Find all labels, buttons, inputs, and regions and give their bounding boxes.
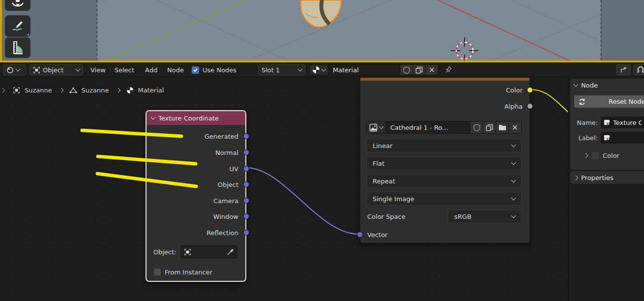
node-header[interactable]: Texture Coordinate xyxy=(146,111,245,125)
output-reflection: Reflection xyxy=(206,228,238,238)
editor-type-dropdown[interactable] xyxy=(3,64,26,75)
object-icon xyxy=(184,248,191,256)
extension-dropdown[interactable]: Repeat xyxy=(366,174,522,188)
chevron-down-icon xyxy=(322,66,326,71)
name-label: Name: xyxy=(572,119,598,126)
shield-icon xyxy=(403,66,410,74)
shield-icon xyxy=(473,124,480,131)
material-new-button[interactable] xyxy=(412,65,425,75)
viewport-3d[interactable] xyxy=(0,0,644,60)
link-uv-to-vector xyxy=(246,168,358,234)
chevron-down-icon xyxy=(511,178,516,182)
color-swatch[interactable] xyxy=(591,151,599,160)
name-row: Name: Texture Coordinate xyxy=(572,117,644,128)
sidebar: Node Reset Node Name: xyxy=(568,77,644,301)
material-sphere-icon xyxy=(126,87,134,94)
node-editor-canvas[interactable]: Suzanne Suzanne Material Textur xyxy=(0,77,568,301)
material-name-field[interactable]: Material xyxy=(328,65,400,75)
use-nodes-checkbox[interactable]: Use Nodes xyxy=(192,64,236,75)
output-normal: Normal xyxy=(215,148,238,157)
material-datablock: Material × xyxy=(309,64,439,75)
reset-node-button[interactable]: Reset Node xyxy=(574,95,644,108)
menu-node[interactable]: Node xyxy=(165,64,186,75)
node-image-texture[interactable]: Color Alpha Cathedral 1 - Ro... xyxy=(360,77,530,243)
node-texture-coordinate[interactable]: Texture Coordinate Generated Normal UV O… xyxy=(146,110,246,282)
socket-alpha[interactable] xyxy=(527,103,533,109)
image-fake-user-button[interactable] xyxy=(470,121,483,133)
snap-toggle-button[interactable] xyxy=(633,64,644,75)
menu-select[interactable]: Select xyxy=(113,64,136,75)
socket-reflection[interactable] xyxy=(243,230,249,236)
eyedropper-icon[interactable] xyxy=(227,248,234,256)
mode-dropdown[interactable]: Object xyxy=(29,64,83,75)
socket-camera[interactable] xyxy=(243,198,249,204)
image-open-button[interactable] xyxy=(496,121,508,133)
pin-button[interactable] xyxy=(444,64,452,75)
color-label: Color xyxy=(603,152,619,159)
breadcrumb: Suzanne Suzanne Material xyxy=(1,85,164,95)
socket-normal[interactable] xyxy=(243,150,249,155)
color-space-dropdown[interactable]: sRGB xyxy=(448,210,522,223)
checkbox-checked-icon xyxy=(192,66,199,74)
socket-object-out[interactable] xyxy=(243,181,249,187)
duplicate-icon xyxy=(415,66,423,74)
material-fake-user-button[interactable] xyxy=(400,65,412,75)
close-icon: × xyxy=(512,123,518,131)
link-color-out xyxy=(530,90,568,113)
output-alpha: Alpha xyxy=(504,101,523,111)
shader-editor-icon xyxy=(6,66,14,74)
from-instancer-row[interactable]: From Instancer xyxy=(153,267,212,277)
snap-target-button[interactable] xyxy=(616,64,631,75)
orbit-tool-button[interactable] xyxy=(5,0,30,11)
color-space-label: Color Space xyxy=(367,211,406,222)
interpolation-dropdown[interactable]: Linear xyxy=(366,139,522,152)
material-sphere-icon xyxy=(312,66,320,74)
input-vector: Vector xyxy=(367,229,387,240)
chevron-down-icon xyxy=(574,82,579,87)
breadcrumb-object[interactable]: Suzanne xyxy=(25,87,52,94)
object-picker-field[interactable] xyxy=(180,245,237,258)
properties-panel[interactable]: Properties xyxy=(570,171,644,184)
name-input[interactable]: Texture Coordinate xyxy=(601,117,644,128)
socket-window[interactable] xyxy=(243,213,249,219)
color-row[interactable]: Color xyxy=(584,151,644,160)
measure-tool-button[interactable] xyxy=(5,37,30,58)
material-unlink-button[interactable]: × xyxy=(425,65,438,75)
image-icon xyxy=(369,123,378,132)
image-new-button[interactable] xyxy=(483,121,496,133)
menu-add[interactable]: Add xyxy=(143,64,159,75)
material-browse-button[interactable] xyxy=(310,65,328,75)
node-panel-header[interactable]: Node xyxy=(570,79,644,91)
socket-generated[interactable] xyxy=(243,133,249,139)
folder-icon xyxy=(498,124,506,131)
output-camera: Camera xyxy=(213,196,238,206)
chevron-down-icon xyxy=(511,213,516,218)
annotate-tool-button[interactable] xyxy=(5,15,30,37)
output-window: Window xyxy=(213,211,238,221)
chevron-down-icon xyxy=(511,142,516,147)
socket-color[interactable] xyxy=(527,87,533,93)
node-header-strip[interactable] xyxy=(360,78,529,81)
breadcrumb-expand-icon[interactable] xyxy=(0,88,5,92)
node-icon xyxy=(603,119,611,126)
breadcrumb-material[interactable]: Material xyxy=(138,87,164,94)
checkbox-unchecked-icon xyxy=(153,268,161,276)
slot-dropdown[interactable]: Slot 1 xyxy=(258,64,305,75)
reset-node-label: Reset Node xyxy=(609,98,644,105)
area-border-vertical[interactable] xyxy=(0,0,2,62)
object-icon xyxy=(13,87,20,94)
output-color: Color xyxy=(506,85,523,95)
image-unlink-button[interactable]: × xyxy=(508,121,521,133)
node-icon xyxy=(603,134,611,141)
menu-view[interactable]: View xyxy=(88,64,108,75)
projection-dropdown[interactable]: Flat xyxy=(366,156,522,170)
image-browse-button[interactable] xyxy=(367,121,385,133)
image-name-field[interactable]: Cathedral 1 - Ro... xyxy=(385,121,470,133)
breadcrumb-mesh[interactable]: Suzanne xyxy=(82,87,109,94)
socket-uv[interactable] xyxy=(243,166,249,172)
socket-vector[interactable] xyxy=(357,232,363,238)
label-input[interactable] xyxy=(601,132,644,144)
source-dropdown[interactable]: Single Image xyxy=(366,192,522,206)
object-picker-row: Object: xyxy=(153,246,237,257)
collapse-icon[interactable] xyxy=(151,115,156,120)
